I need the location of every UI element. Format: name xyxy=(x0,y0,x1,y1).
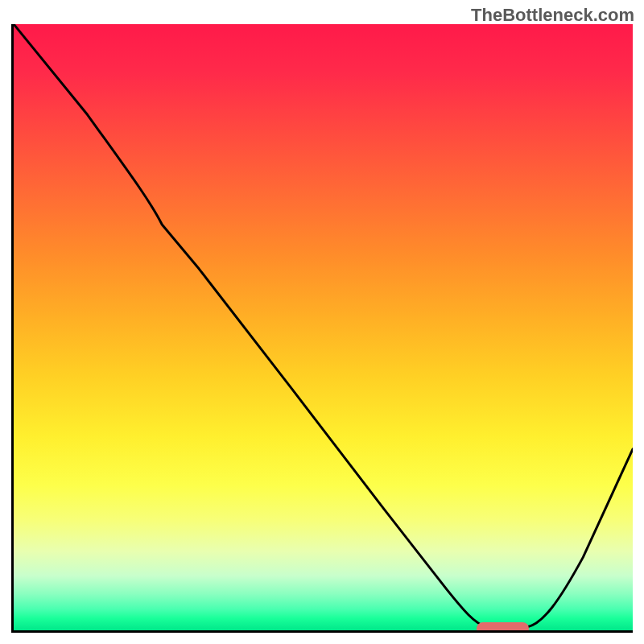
watermark-text: TheBottleneck.com xyxy=(471,5,634,26)
curve-path xyxy=(14,24,633,629)
bottleneck-curve-line xyxy=(14,24,633,630)
optimal-range-marker xyxy=(477,622,529,633)
chart-plot-area xyxy=(11,24,633,633)
